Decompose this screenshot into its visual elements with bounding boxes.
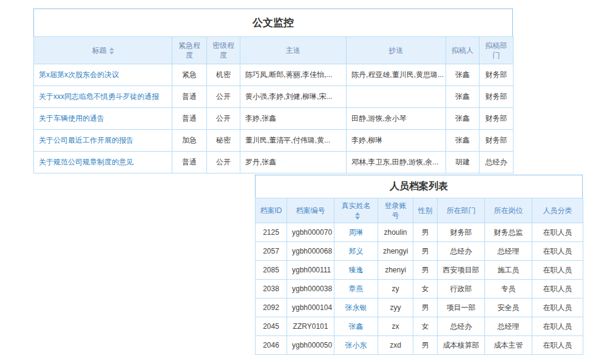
cell-main-send: 黄小强,李婷,刘健,柳琳,宋... bbox=[240, 86, 347, 108]
cell-department: 西安项目部 bbox=[438, 261, 485, 280]
cell-secrecy: 秘密 bbox=[207, 130, 240, 152]
cell-account: zy bbox=[378, 280, 413, 298]
table-row: 2038 ygbh000038 章燕 zy 女 行政部 专员 在职人员 bbox=[256, 280, 583, 298]
doc-col-header-secrecy: 密级程度 bbox=[207, 37, 240, 64]
cell-account: zyy bbox=[378, 298, 413, 317]
real-name-link[interactable]: 张鑫 bbox=[334, 317, 378, 336]
cell-category: 在职人员 bbox=[532, 317, 583, 336]
doc-title-link[interactable]: 第x届第x次股东会的决议 bbox=[34, 64, 172, 86]
cell-gender: 女 bbox=[413, 317, 438, 336]
real-name-link[interactable]: 张永银 bbox=[334, 298, 378, 317]
cell-file-id: 2038 bbox=[256, 280, 287, 298]
cell-cc: 李婷,柳琳 bbox=[347, 130, 446, 152]
cell-cc: 邓林,李卫东,田静,游恢,余... bbox=[347, 152, 446, 174]
doc-col-header-draft-dept: 拟稿部门 bbox=[480, 37, 514, 64]
cell-cc: 田静,游恢,余小琴 bbox=[347, 108, 446, 130]
cell-category: 在职人员 bbox=[532, 298, 583, 317]
cell-gender: 男 bbox=[413, 336, 438, 355]
cell-urgency: 普通 bbox=[172, 108, 207, 130]
cell-urgency: 普通 bbox=[172, 152, 207, 174]
table-row: 2046 ygbh000050 张小东 zxd 男 成本核算部 成本主管 在职人… bbox=[256, 336, 583, 355]
cell-category: 在职人员 bbox=[532, 242, 583, 261]
personnel-panel: 人员档案列表 档案ID 档案编号 真实姓名 登录账号 性别 所在部门 所在岗位 … bbox=[255, 175, 583, 355]
cell-position: 专员 bbox=[485, 280, 532, 298]
doc-col-header-title-label: 标题 bbox=[92, 46, 107, 55]
cell-file-no: ygbh000070 bbox=[287, 223, 334, 242]
real-name-link[interactable]: 章燕 bbox=[334, 280, 378, 298]
cell-category: 在职人员 bbox=[532, 223, 583, 242]
cell-department: 成本核算部 bbox=[438, 336, 485, 355]
cell-draft-dept: 财务部 bbox=[480, 130, 514, 152]
doc-monitor-table: 标题 紧急程度 密级程度 主送 抄送 拟稿人 拟稿部门 第x届第x次股东会的决议… bbox=[33, 36, 514, 174]
cell-drafter: 张鑫 bbox=[446, 108, 480, 130]
table-row: 第x届第x次股东会的决议 紧急 机密 陈巧凤,断郎,蒋丽,李佳怡,... 陈丹,… bbox=[34, 64, 514, 86]
cell-gender: 男 bbox=[413, 298, 438, 317]
cell-department: 项目一部 bbox=[438, 298, 485, 317]
doc-title-link[interactable]: 关于规范公司规章制度的意见 bbox=[34, 152, 172, 174]
cell-gender: 男 bbox=[413, 261, 438, 280]
cell-draft-dept: 总经办 bbox=[480, 152, 514, 174]
table-row: 2045 ZZRY0101 张鑫 zx 女 总经办 总经理 在职人员 bbox=[256, 317, 583, 336]
cell-main-send: 李婷,张鑫 bbox=[240, 108, 347, 130]
cell-cc bbox=[347, 86, 446, 108]
table-row: 2085 ygbh000111 臻逸 zhenyi 男 西安项目部 施工员 在职… bbox=[256, 261, 583, 280]
personnel-header-row: 档案ID 档案编号 真实姓名 登录账号 性别 所在部门 所在岗位 人员分类 bbox=[256, 198, 583, 223]
cell-secrecy: 机密 bbox=[207, 64, 240, 86]
cell-urgency: 加急 bbox=[172, 130, 207, 152]
personnel-panel-title: 人员档案列表 bbox=[255, 175, 583, 198]
cell-position: 财务总监 bbox=[485, 223, 532, 242]
cell-drafter: 胡建 bbox=[446, 152, 480, 174]
table-row: 关于车辆使用的通告 普通 公开 李婷,张鑫 田静,游恢,余小琴 张鑫 财务部 bbox=[34, 108, 514, 130]
doc-monitor-panel-title: 公文监控 bbox=[33, 8, 513, 36]
cell-gender: 女 bbox=[413, 280, 438, 298]
cell-urgency: 普通 bbox=[172, 86, 207, 108]
cell-department: 总经办 bbox=[438, 242, 485, 261]
cell-secrecy: 公开 bbox=[207, 86, 240, 108]
cell-account: zhengyi bbox=[378, 242, 413, 261]
personnel-col-header-category: 人员分类 bbox=[532, 198, 583, 223]
sort-icon[interactable] bbox=[355, 212, 360, 220]
cell-gender: 男 bbox=[413, 242, 438, 261]
cell-file-no: ygbh000038 bbox=[287, 280, 334, 298]
cell-account: zx bbox=[378, 317, 413, 336]
doc-title-link[interactable]: 关于车辆使用的通告 bbox=[34, 108, 172, 130]
doc-col-header-drafter: 拟稿人 bbox=[446, 37, 480, 64]
personnel-table: 档案ID 档案编号 真实姓名 登录账号 性别 所在部门 所在岗位 人员分类 21… bbox=[255, 198, 583, 355]
real-name-link[interactable]: 郑义 bbox=[334, 242, 378, 261]
doc-col-header-urgency: 紧急程度 bbox=[172, 37, 207, 64]
cell-position: 施工员 bbox=[485, 261, 532, 280]
cell-department: 财务部 bbox=[438, 223, 485, 242]
cell-secrecy: 公开 bbox=[207, 152, 240, 174]
cell-main-send: 董川民,董清平,付伟璐,黄... bbox=[240, 130, 347, 152]
table-row: 2057 ygbh000068 郑义 zhengyi 男 总经办 总经理 在职人… bbox=[256, 242, 583, 261]
cell-file-id: 2045 bbox=[256, 317, 287, 336]
cell-department: 行政部 bbox=[438, 280, 485, 298]
real-name-link[interactable]: 臻逸 bbox=[334, 261, 378, 280]
table-row: 关于公司最近工作开展的报告 加急 秘密 董川民,董清平,付伟璐,黄... 李婷,… bbox=[34, 130, 514, 152]
cell-category: 在职人员 bbox=[532, 280, 583, 298]
personnel-col-header-real-name-label: 真实姓名 bbox=[342, 201, 371, 210]
cell-gender: 男 bbox=[413, 223, 438, 242]
real-name-link[interactable]: 张小东 bbox=[334, 336, 378, 355]
cell-account: zhenyi bbox=[378, 261, 413, 280]
personnel-col-header-real-name[interactable]: 真实姓名 bbox=[334, 198, 378, 223]
table-row: 2092 ygbh000104 张永银 zyy 男 项目一部 安全员 在职人员 bbox=[256, 298, 583, 317]
cell-position: 总经理 bbox=[485, 317, 532, 336]
table-row: 关于规范公司规章制度的意见 普通 公开 罗丹,张鑫 邓林,李卫东,田静,游恢,余… bbox=[34, 152, 514, 174]
table-row: 关于xxx同志临危不惧勇斗歹徒的通报 普通 公开 黄小强,李婷,刘健,柳琳,宋.… bbox=[34, 86, 514, 108]
personnel-col-header-id: 档案ID bbox=[256, 198, 287, 223]
table-row: 2125 ygbh000070 周琳 zhoulin 男 财务部 财务总监 在职… bbox=[256, 223, 583, 242]
sort-icon[interactable] bbox=[109, 47, 114, 55]
real-name-link[interactable]: 周琳 bbox=[334, 223, 378, 242]
personnel-col-header-account: 登录账号 bbox=[378, 198, 413, 223]
cell-drafter: 张鑫 bbox=[446, 86, 480, 108]
doc-col-header-title[interactable]: 标题 bbox=[34, 37, 172, 64]
cell-position: 总经理 bbox=[485, 242, 532, 261]
doc-title-link[interactable]: 关于xxx同志临危不惧勇斗歹徒的通报 bbox=[34, 86, 172, 108]
doc-title-link[interactable]: 关于公司最近工作开展的报告 bbox=[34, 130, 172, 152]
personnel-col-header-file-no: 档案编号 bbox=[287, 198, 334, 223]
cell-account: zxd bbox=[378, 336, 413, 355]
cell-drafter: 张鑫 bbox=[446, 64, 480, 86]
cell-file-no: ygbh000111 bbox=[287, 261, 334, 280]
cell-category: 在职人员 bbox=[532, 336, 583, 355]
